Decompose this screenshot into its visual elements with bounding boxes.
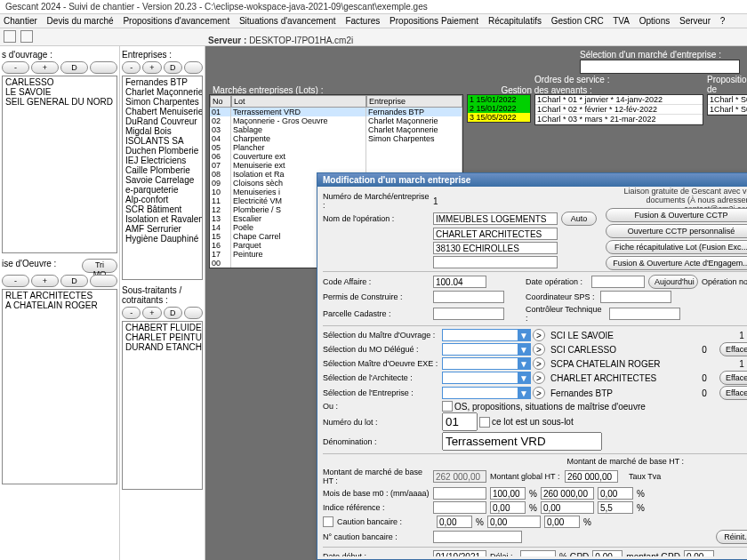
entreprises-list[interactable]: Fernandes BTPCharlet MaçonnerieSimon Cha… [122, 76, 203, 280]
prop-item[interactable]: 1Charl * S02 * L01 * juillet [708, 105, 747, 115]
table-row[interactable]: 01Terrassement VRDFernandes BTP [210, 108, 462, 116]
ent-plus[interactable]: + [142, 61, 161, 74]
list-item[interactable]: Isolation et Ravalement [124, 214, 201, 224]
menu-chantier[interactable]: Chantier [4, 16, 37, 26]
prop-item[interactable]: 1Charl * S01 * L01 * mai * [708, 95, 747, 105]
gpd-pct-input[interactable] [592, 550, 622, 556]
coord-input[interactable] [600, 291, 671, 303]
arch-plus[interactable]: + [31, 275, 59, 287]
os-item[interactable]: 1Charl * 02 * février * 12-fév-2022 [535, 105, 703, 115]
sous-lot-checkbox[interactable] [479, 417, 490, 428]
list-item[interactable]: IEJ Electriciens [124, 156, 201, 165]
sous-minus[interactable]: - [122, 307, 141, 319]
menu-crc[interactable]: Gestion CRC [551, 16, 604, 26]
list-item[interactable]: SCR Bâtiment [124, 204, 201, 214]
list-item[interactable]: LE SAVOIE [4, 87, 116, 97]
sel-arch-go[interactable]: > [533, 372, 545, 384]
table-row[interactable]: 05Plancher [210, 143, 462, 152]
list-item[interactable]: SEIL GENERAL DU NORD [4, 97, 116, 107]
arch-effacer[interactable]: Effacer [719, 371, 747, 385]
mois-input[interactable] [433, 487, 486, 500]
code-affaire-input[interactable] [433, 276, 486, 288]
marche-select[interactable]: ▼ [580, 60, 740, 74]
table-row[interactable]: 02Maçonnerie - Gros OeuvreCharlet Maçonn… [210, 116, 462, 125]
owner-plus[interactable]: + [31, 61, 59, 74]
os-item[interactable]: 1Charl * 01 * janvier * 14-janv-2022 [535, 95, 703, 105]
sel-exe-combo[interactable]: ▼ [442, 357, 531, 370]
delai-input[interactable] [520, 550, 556, 556]
nom-op-input[interactable] [433, 212, 558, 225]
c3-input[interactable] [544, 516, 580, 528]
sel-mod-combo[interactable]: ▼ [442, 343, 531, 356]
list-item[interactable]: CHABERT FLUIDES [124, 323, 201, 332]
arch-blank[interactable] [90, 275, 117, 287]
list-item[interactable]: AMF Serrurier [124, 224, 201, 234]
denom-input[interactable] [442, 432, 602, 451]
list-item[interactable]: CARLESSO [4, 77, 116, 87]
ouverture-cctp-button[interactable]: Ouverture CCTP personnalisé [606, 224, 747, 238]
menu-recap[interactable]: Récapitulatifs [488, 16, 542, 26]
table-row[interactable]: 03SablageCharlet Maçonnerie [210, 125, 462, 134]
ent-minus[interactable]: - [122, 61, 141, 74]
menu-devis[interactable]: Devis du marché [47, 16, 114, 26]
sel-mod-go[interactable]: > [533, 343, 545, 356]
m3-input[interactable] [598, 487, 633, 500]
list-item[interactable]: Savoie Carrelage [124, 175, 201, 185]
ent-blank[interactable] [184, 61, 203, 74]
list-item[interactable]: Chabert Menuiserie [124, 107, 201, 116]
sel-mo-go[interactable]: > [533, 329, 545, 341]
avenants-list[interactable]: 1 15/01/20222 15/01/20223 15/05/2022 [467, 94, 531, 123]
sel-ent-combo[interactable]: ▼ [442, 387, 531, 399]
m2-input[interactable] [541, 487, 594, 500]
menu-tva[interactable]: TVA [613, 16, 630, 26]
i1-input[interactable] [490, 501, 526, 514]
fusion-acte-button[interactable]: Fusion & Ouverture Acte d'Engagem... [606, 256, 747, 270]
toolbar-icon-2[interactable] [20, 30, 33, 43]
avenant-item[interactable]: 2 15/01/2022 [468, 104, 530, 113]
sous-blank[interactable] [184, 307, 203, 319]
os-checkbox[interactable] [442, 401, 453, 412]
propositions-list[interactable]: 1Charl * S01 * L01 * mai *1Charl * S02 *… [707, 94, 747, 116]
tri-mo-button[interactable]: Tri MO [82, 259, 117, 273]
reinit-button[interactable]: Réinit. [716, 530, 747, 544]
controleur-input[interactable] [609, 308, 680, 320]
os-list[interactable]: 1Charl * 01 * janvier * 14-janv-20221Cha… [534, 94, 703, 125]
os-item[interactable]: 1Charl * 03 * mars * 21-mar-2022 [535, 115, 703, 124]
sel-exe-go[interactable]: > [533, 357, 545, 370]
num-lot-input[interactable] [442, 412, 478, 431]
owner-d[interactable]: D [60, 61, 88, 74]
ncaution-input[interactable] [433, 531, 522, 543]
list-item[interactable]: DURAND ETANCHEITE [124, 342, 201, 352]
menu-options[interactable]: Options [639, 16, 670, 26]
list-item[interactable]: Fernandes BTP [124, 77, 201, 87]
list-item[interactable]: CHARLET PEINTURES [124, 332, 201, 342]
list-item[interactable]: Migdal Bois [124, 126, 201, 136]
auto-button[interactable]: Auto [561, 212, 597, 226]
fusion-cctp-button[interactable]: Fusion & Ouverture CCTP [606, 208, 747, 222]
arch-minus[interactable]: - [2, 275, 29, 287]
menu-factures[interactable]: Factures [345, 16, 380, 26]
fiche-recap-button[interactable]: Fiche récapitulative Lot (Fusion Exc... [606, 240, 747, 254]
ent-effacer[interactable]: Effacer [719, 386, 747, 400]
sous-d[interactable]: D [164, 307, 182, 319]
sel-ent-go[interactable]: > [533, 387, 545, 399]
addr2-input[interactable] [433, 242, 558, 254]
caution-checkbox[interactable] [323, 516, 333, 527]
arch-d[interactable]: D [60, 275, 88, 287]
permis-input[interactable] [433, 291, 504, 303]
sel-mo-combo[interactable]: ▼ [442, 329, 531, 341]
menu-help[interactable]: ? [720, 16, 726, 26]
owners-list[interactable]: CARLESSOLE SAVOIESEIL GENERAL DU NORD [2, 76, 117, 253]
list-item[interactable]: Alp-confort [124, 195, 201, 204]
addr3-input[interactable] [433, 256, 558, 268]
menu-serveur[interactable]: Serveur [679, 16, 711, 26]
i3-input[interactable] [598, 501, 633, 514]
aujourdhui-button[interactable]: Aujourd'hui [648, 275, 698, 289]
i2-input[interactable] [541, 501, 594, 514]
avenant-item[interactable]: 3 15/05/2022 [468, 113, 530, 122]
list-item[interactable]: Simon Charpentes [124, 97, 201, 107]
menu-sit-av[interactable]: Situations d'avancement [239, 16, 336, 26]
avenant-item[interactable]: 1 15/01/2022 [468, 95, 530, 104]
list-item[interactable]: Charlet Maçonnerie [124, 87, 201, 97]
c1-input[interactable] [437, 516, 472, 528]
